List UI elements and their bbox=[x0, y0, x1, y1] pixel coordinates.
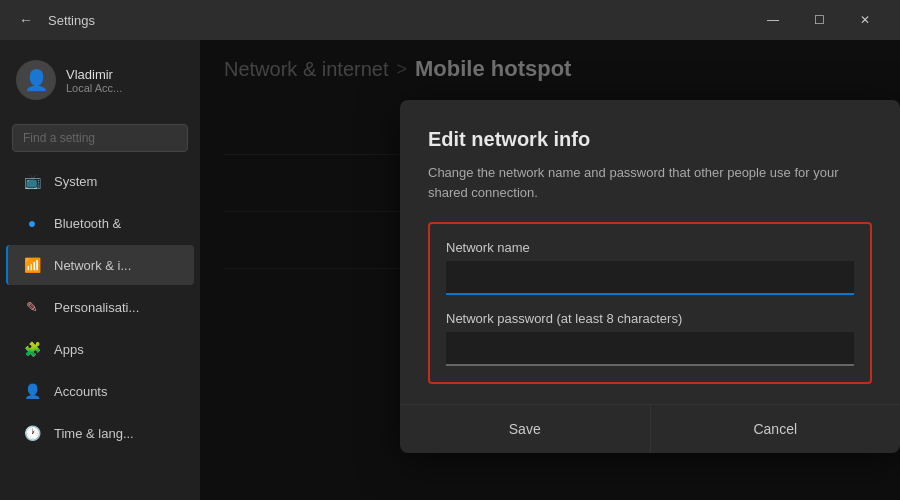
personalisation-icon: ✎ bbox=[22, 297, 42, 317]
sidebar-item-personalisation[interactable]: ✎ Personalisati... bbox=[6, 287, 194, 327]
sidebar: 👤 Vladimir Local Acc... 📺 System ● Bluet… bbox=[0, 40, 200, 500]
sidebar-label-network: Network & i... bbox=[54, 258, 131, 273]
sidebar-item-time[interactable]: 🕐 Time & lang... bbox=[6, 413, 194, 453]
network-name-input[interactable] bbox=[446, 261, 854, 295]
time-icon: 🕐 bbox=[22, 423, 42, 443]
dialog-overlay: Edit network info Change the network nam… bbox=[200, 40, 900, 500]
user-profile[interactable]: 👤 Vladimir Local Acc... bbox=[0, 48, 200, 112]
maximize-button[interactable]: ☐ bbox=[796, 0, 842, 40]
close-button[interactable]: ✕ bbox=[842, 0, 888, 40]
network-name-field: Network name bbox=[446, 240, 854, 295]
cancel-button[interactable]: Cancel bbox=[650, 405, 901, 453]
titlebar: ← Settings — ☐ ✕ bbox=[0, 0, 900, 40]
dialog-title: Edit network info bbox=[428, 128, 872, 151]
system-icon: 📺 bbox=[22, 171, 42, 191]
sidebar-item-accounts[interactable]: 👤 Accounts bbox=[6, 371, 194, 411]
back-button[interactable]: ← bbox=[12, 6, 40, 34]
settings-window: ← Settings — ☐ ✕ 👤 Vladimir Local Acc...… bbox=[0, 0, 900, 500]
user-info: Vladimir Local Acc... bbox=[66, 67, 122, 94]
network-password-field: Network password (at least 8 characters) bbox=[446, 311, 854, 366]
network-name-label: Network name bbox=[446, 240, 854, 255]
sidebar-item-bluetooth[interactable]: ● Bluetooth & bbox=[6, 203, 194, 243]
sidebar-label-system: System bbox=[54, 174, 97, 189]
main-layout: 👤 Vladimir Local Acc... 📺 System ● Bluet… bbox=[0, 40, 900, 500]
sidebar-label-time: Time & lang... bbox=[54, 426, 134, 441]
save-button[interactable]: Save bbox=[400, 405, 650, 453]
sidebar-item-system[interactable]: 📺 System bbox=[6, 161, 194, 201]
user-sub: Local Acc... bbox=[66, 82, 122, 94]
content-area: Network & internet > Mobile hotspot Fi ⌄… bbox=[200, 40, 900, 500]
apps-icon: 🧩 bbox=[22, 339, 42, 359]
minimize-button[interactable]: — bbox=[750, 0, 796, 40]
sidebar-label-bluetooth: Bluetooth & bbox=[54, 216, 121, 231]
sidebar-label-personalisation: Personalisati... bbox=[54, 300, 139, 315]
dialog-description: Change the network name and password tha… bbox=[428, 163, 872, 202]
accounts-icon: 👤 bbox=[22, 381, 42, 401]
edit-network-dialog: Edit network info Change the network nam… bbox=[400, 100, 900, 453]
network-password-input[interactable] bbox=[446, 332, 854, 366]
dialog-actions: Save Cancel bbox=[400, 404, 900, 453]
search-container bbox=[0, 120, 200, 160]
search-input[interactable] bbox=[12, 124, 188, 152]
network-password-label: Network password (at least 8 characters) bbox=[446, 311, 854, 326]
window-title: Settings bbox=[48, 13, 750, 28]
sidebar-item-apps[interactable]: 🧩 Apps bbox=[6, 329, 194, 369]
avatar: 👤 bbox=[16, 60, 56, 100]
bluetooth-icon: ● bbox=[22, 213, 42, 233]
window-controls: — ☐ ✕ bbox=[750, 0, 888, 40]
sidebar-item-network[interactable]: 📶 Network & i... bbox=[6, 245, 194, 285]
sidebar-label-accounts: Accounts bbox=[54, 384, 107, 399]
dialog-form: Network name Network password (at least … bbox=[428, 222, 872, 384]
user-name: Vladimir bbox=[66, 67, 122, 82]
network-icon: 📶 bbox=[22, 255, 42, 275]
sidebar-label-apps: Apps bbox=[54, 342, 84, 357]
